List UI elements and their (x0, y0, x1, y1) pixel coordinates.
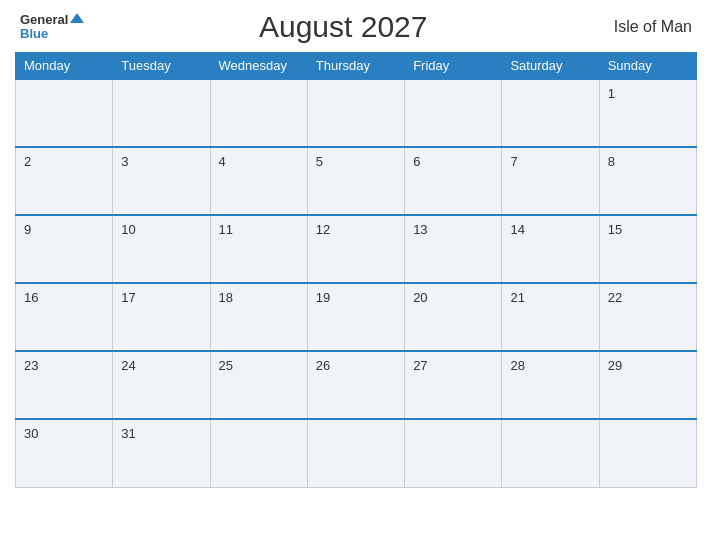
calendar-cell: 11 (210, 215, 307, 283)
calendar-cell: 17 (113, 283, 210, 351)
locale-title: Isle of Man (602, 18, 692, 36)
day-number: 29 (608, 358, 622, 373)
day-header-monday: Monday (16, 53, 113, 80)
day-header-saturday: Saturday (502, 53, 599, 80)
calendar-cell: 3 (113, 147, 210, 215)
calendar-cell: 12 (307, 215, 404, 283)
calendar-container: General Blue August 2027 Isle of Man Mon… (0, 0, 712, 550)
calendar-cell: 9 (16, 215, 113, 283)
calendar-cell: 29 (599, 351, 696, 419)
day-number: 8 (608, 154, 615, 169)
day-number: 5 (316, 154, 323, 169)
week-row-2: 2345678 (16, 147, 697, 215)
day-header-sunday: Sunday (599, 53, 696, 80)
logo-general-text: General (20, 13, 84, 27)
calendar-cell: 16 (16, 283, 113, 351)
calendar-cell: 22 (599, 283, 696, 351)
logo-triangle-icon (70, 13, 84, 23)
day-number: 2 (24, 154, 31, 169)
calendar-cell: 8 (599, 147, 696, 215)
calendar-cell (405, 419, 502, 487)
calendar-cell: 19 (307, 283, 404, 351)
day-number: 28 (510, 358, 524, 373)
calendar-cell: 5 (307, 147, 404, 215)
day-number: 17 (121, 290, 135, 305)
day-number: 25 (219, 358, 233, 373)
day-number: 26 (316, 358, 330, 373)
calendar-cell: 24 (113, 351, 210, 419)
calendar-cell (307, 79, 404, 147)
calendar-table: MondayTuesdayWednesdayThursdayFridaySatu… (15, 52, 697, 488)
calendar-cell: 13 (405, 215, 502, 283)
calendar-cell: 1 (599, 79, 696, 147)
day-number: 21 (510, 290, 524, 305)
calendar-cell: 7 (502, 147, 599, 215)
week-row-6: 3031 (16, 419, 697, 487)
calendar-cell: 14 (502, 215, 599, 283)
calendar-cell (210, 79, 307, 147)
calendar-cell (405, 79, 502, 147)
day-number: 7 (510, 154, 517, 169)
day-number: 6 (413, 154, 420, 169)
calendar-cell: 4 (210, 147, 307, 215)
calendar-cell: 26 (307, 351, 404, 419)
day-number: 13 (413, 222, 427, 237)
day-number: 22 (608, 290, 622, 305)
day-number: 1 (608, 86, 615, 101)
day-number: 16 (24, 290, 38, 305)
day-number: 9 (24, 222, 31, 237)
day-header-tuesday: Tuesday (113, 53, 210, 80)
day-number: 14 (510, 222, 524, 237)
calendar-cell: 27 (405, 351, 502, 419)
day-header-wednesday: Wednesday (210, 53, 307, 80)
week-row-4: 16171819202122 (16, 283, 697, 351)
calendar-header: General Blue August 2027 Isle of Man (15, 10, 697, 44)
calendar-cell (210, 419, 307, 487)
day-number: 18 (219, 290, 233, 305)
day-header-friday: Friday (405, 53, 502, 80)
week-row-5: 23242526272829 (16, 351, 697, 419)
day-number: 20 (413, 290, 427, 305)
day-number: 3 (121, 154, 128, 169)
calendar-cell (16, 79, 113, 147)
calendar-cell: 23 (16, 351, 113, 419)
calendar-cell: 15 (599, 215, 696, 283)
day-number: 27 (413, 358, 427, 373)
calendar-cell: 18 (210, 283, 307, 351)
week-row-1: 1 (16, 79, 697, 147)
day-number: 31 (121, 426, 135, 441)
day-number: 24 (121, 358, 135, 373)
day-header-thursday: Thursday (307, 53, 404, 80)
calendar-cell (113, 79, 210, 147)
calendar-cell: 10 (113, 215, 210, 283)
day-number: 12 (316, 222, 330, 237)
logo-blue-text: Blue (20, 27, 48, 41)
day-number: 15 (608, 222, 622, 237)
calendar-cell: 25 (210, 351, 307, 419)
calendar-cell (502, 79, 599, 147)
calendar-cell: 31 (113, 419, 210, 487)
logo: General Blue (20, 13, 84, 42)
day-number: 30 (24, 426, 38, 441)
day-number: 23 (24, 358, 38, 373)
day-number: 10 (121, 222, 135, 237)
calendar-cell (307, 419, 404, 487)
calendar-cell: 21 (502, 283, 599, 351)
calendar-cell: 30 (16, 419, 113, 487)
day-number: 4 (219, 154, 226, 169)
calendar-cell (502, 419, 599, 487)
month-title: August 2027 (84, 10, 602, 44)
calendar-cell: 28 (502, 351, 599, 419)
day-number: 19 (316, 290, 330, 305)
calendar-cell: 6 (405, 147, 502, 215)
calendar-cell: 20 (405, 283, 502, 351)
week-row-3: 9101112131415 (16, 215, 697, 283)
days-header-row: MondayTuesdayWednesdayThursdayFridaySatu… (16, 53, 697, 80)
calendar-cell: 2 (16, 147, 113, 215)
calendar-cell (599, 419, 696, 487)
day-number: 11 (219, 222, 233, 237)
